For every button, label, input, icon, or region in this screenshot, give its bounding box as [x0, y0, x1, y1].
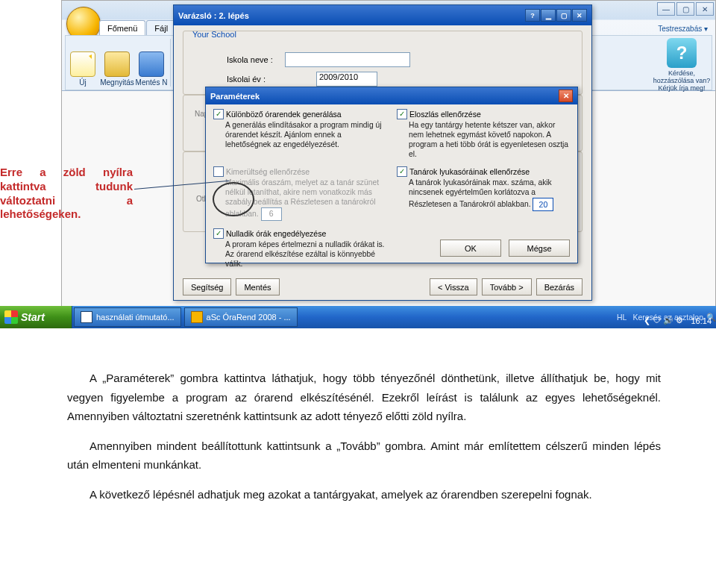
ribbon-separator	[170, 39, 171, 87]
param-ok-button[interactable]: OK	[440, 240, 501, 257]
svg-marker-0	[89, 54, 92, 59]
school-name-label: Iskola neve :	[227, 55, 279, 64]
windows-flag-icon	[4, 310, 18, 324]
doc-icon	[81, 311, 92, 323]
start-button[interactable]: Start	[0, 306, 72, 328]
doc-paragraph: Amennyiben mindent beállítottunk kattint…	[67, 437, 661, 475]
wizard-next-button[interactable]: Tovább >	[482, 278, 532, 295]
chk-tanarok[interactable]: ✓	[397, 166, 407, 177]
save-button[interactable]: Mentés N	[134, 36, 169, 88]
wizard-title-text: Varázsló : 2. lépés	[178, 11, 249, 20]
tab-fomenu[interactable]: Főmenü	[99, 20, 145, 36]
btn-label: Mentés N	[136, 78, 168, 87]
chk-kulonbozo[interactable]: ✓	[213, 109, 224, 119]
chk-label: Eloszlás ellenőrzése	[409, 110, 481, 119]
app-minimize[interactable]: —	[657, 2, 675, 16]
testreszabas-link[interactable]: Testreszabás ▾	[658, 25, 708, 33]
new-doc-icon	[70, 51, 95, 77]
screenshot-region: Főmenü Fájl Testreszabás ▾ Új Megnyitás	[0, 0, 716, 328]
document-text: A „Paraméterek” gombra kattintva láthatj…	[67, 369, 661, 504]
doc-paragraph: A „Paraméterek” gombra kattintva láthatj…	[67, 369, 661, 426]
chk-kimerult[interactable]	[213, 166, 224, 177]
tab-label: Fájl	[154, 24, 168, 33]
wizard-back-button[interactable]: < Vissza	[430, 278, 477, 295]
school-year-input[interactable]: 2009/2010	[316, 72, 377, 87]
annotation-text: Erre a zöld nyílra kattintva tudunk vált…	[0, 166, 133, 222]
chk-label: Nulladik órák engedélyezése	[226, 229, 326, 238]
wizard-help-button[interactable]: Segítség	[183, 278, 231, 295]
task-label: használati útmutató...	[96, 313, 175, 322]
lang-indicator[interactable]: HL	[617, 313, 626, 322]
open-button[interactable]: Megnyitás	[100, 36, 134, 88]
help-text: Kérdése, hozzászólása van? Kérjük írja m…	[653, 69, 711, 92]
btn-label: Új	[79, 78, 86, 87]
wizard-titlebar[interactable]: Varázsló : 2. lépés ? ▁ ▢ ✕	[174, 5, 591, 25]
param-title-text: Paraméterek	[210, 92, 260, 101]
param-cancel-button[interactable]: Mégse	[509, 240, 570, 257]
wizard-close-button[interactable]: Bezárás	[536, 278, 582, 295]
app-close[interactable]: ✕	[696, 2, 714, 16]
start-label: Start	[21, 311, 45, 323]
asc-icon	[191, 311, 203, 323]
chk-eloszlas[interactable]: ✓	[397, 109, 407, 119]
wizard-save-button[interactable]: Mentés	[236, 278, 279, 295]
max-hours-input[interactable]: 6	[261, 207, 282, 221]
wizard-help-icon[interactable]: ?	[525, 9, 540, 22]
doc-paragraph: A következő lépésnél adhatjuk meg azokat…	[67, 485, 661, 504]
chk-label: Kimerültség ellenőrzése	[226, 167, 310, 176]
floppy-icon	[139, 51, 164, 77]
task-item-1[interactable]: használati útmutató...	[74, 307, 181, 327]
param-desc: A tanárok lyukasóráinak max. száma, akik…	[409, 178, 570, 211]
school-name-input[interactable]	[285, 52, 410, 67]
chk-label: Tanárok lyukasóráinak ellenőrzése	[409, 167, 530, 176]
tab-label: Főmenü	[107, 24, 137, 33]
clock: 16:14	[691, 316, 712, 325]
param-desc: Maximális óraszám, melyet az a tanár szü…	[225, 178, 386, 221]
school-year-label: Iskolai év :	[227, 75, 279, 84]
task-label: aSc ÓraRend 2008 - ...	[207, 313, 291, 322]
chk-nulladik[interactable]: ✓	[213, 228, 224, 239]
param-desc: A proram képes értelmezni a nulladik órá…	[225, 240, 386, 269]
help-panel[interactable]: ? Kérdése, hozzászólása van? Kérjük írja…	[653, 38, 711, 92]
param-close-icon[interactable]: ✕	[559, 90, 573, 102]
task-item-2[interactable]: aSc ÓraRend 2008 - ...	[184, 307, 298, 327]
new-button[interactable]: Új	[66, 36, 100, 88]
chk-label: Különböző órarendek generálása	[226, 110, 342, 119]
tray-icons[interactable]: ❮ 🛡 🔊 ⚙	[644, 316, 683, 325]
btn-label: Megnyitás	[100, 78, 134, 87]
wizard-maximize[interactable]: ▢	[556, 9, 571, 22]
windows-taskbar: Start használati útmutató... aSc ÓraRend…	[0, 306, 716, 328]
wizard-close[interactable]: ✕	[572, 9, 587, 22]
help-icon: ?	[667, 38, 697, 68]
param-desc: Ha egy tantárgy hetente kétszer van, akk…	[409, 121, 570, 159]
folder-open-icon	[104, 51, 130, 77]
system-tray[interactable]: ❮ 🛡 🔊 ⚙ 16:14	[644, 316, 712, 325]
app-maximize[interactable]: ▢	[676, 2, 694, 16]
param-titlebar[interactable]: Paraméterek ✕	[206, 87, 577, 104]
wizard-minimize[interactable]: ▁	[541, 9, 556, 22]
parameters-dialog: Paraméterek ✕ ✓Különböző órarendek gener…	[205, 87, 578, 263]
gap-hours-input[interactable]: 20	[533, 198, 553, 211]
param-desc: A generálás elindításakor a program mind…	[225, 121, 386, 150]
tab-fajl[interactable]: Fájl	[146, 20, 176, 36]
